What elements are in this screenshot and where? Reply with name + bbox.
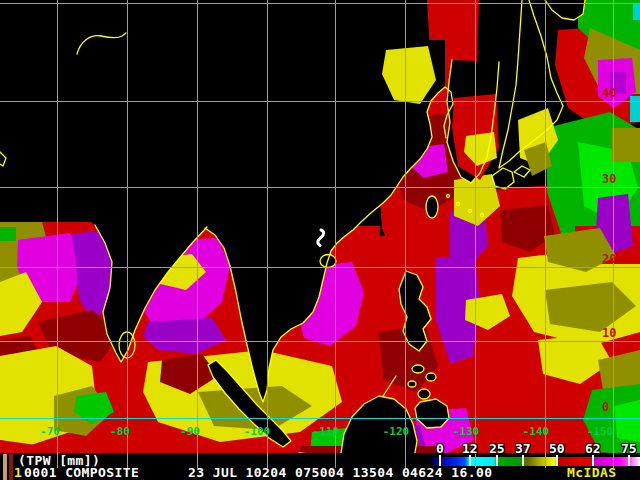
latitude-gridline-40n	[0, 101, 640, 102]
longitude-gridline-110	[335, 0, 336, 468]
latitude-label: 10	[602, 327, 628, 339]
latitude-gridline-10n	[0, 341, 640, 342]
latitude-label: 30	[602, 173, 628, 185]
colorbar-tick-label: 12	[462, 442, 478, 455]
timestamp: 23 JUL 10204 075004 13504 04624 16.00	[188, 467, 492, 479]
latitude-gridline-0	[0, 418, 640, 419]
colorbar-tick-label: 37	[515, 442, 531, 455]
longitude-label: -120	[374, 426, 418, 438]
longitude-label: -100	[235, 426, 279, 438]
longitude-label: -70	[28, 426, 72, 438]
colorbar-tick-label: 0	[436, 442, 444, 455]
longitude-label: -140	[514, 426, 558, 438]
frame-color-swatch-2	[9, 454, 13, 480]
longitude-gridline-120	[405, 0, 406, 468]
latitude-gridline-30n	[0, 187, 640, 188]
frame-color-swatch-1	[3, 454, 7, 480]
longitude-label: -80	[98, 426, 142, 438]
longitude-gridline-80	[127, 0, 128, 468]
longitude-gridline-150	[613, 0, 614, 468]
longitude-gridline-130	[475, 0, 476, 468]
lake-balkhash	[77, 33, 126, 54]
longitude-gridline-90	[197, 0, 198, 468]
longitude-label: -90	[168, 426, 212, 438]
frame-number: 1	[14, 467, 22, 479]
colorbar-tick	[522, 455, 524, 466]
colorbar-tick	[556, 455, 558, 466]
mcidas-display-window: -70 -80 -90 -100 -110 -120 -130 -140 -15…	[0, 0, 640, 480]
satellite-map-canvas[interactable]	[0, 0, 640, 480]
longitude-label: -110	[304, 426, 348, 438]
colorbar-tick-label: 25	[489, 442, 505, 455]
coastline-left-edge	[0, 152, 6, 166]
longitude-label: -130	[444, 426, 488, 438]
colorbar-tick	[496, 455, 498, 466]
longitude-label: -150	[578, 426, 622, 438]
frame-id: 0001 COMPOSITE	[24, 467, 139, 479]
longitude-gridline-100	[267, 0, 268, 468]
latitude-label: 40	[602, 87, 628, 99]
colorbar-tick-label: 75	[621, 442, 637, 455]
latitude-label: 0	[602, 401, 628, 413]
colorbar-tick-label: 62	[585, 442, 601, 455]
mcidas-brand: McIDAS	[567, 467, 616, 479]
colorbar-tick	[628, 455, 630, 466]
latitude-gridline-20n	[0, 267, 640, 268]
longitude-gridline-70	[57, 0, 58, 468]
latitude-label: 20	[602, 253, 628, 265]
colorbar-tick-label: 50	[549, 442, 565, 455]
latitude-gridline-50n	[0, 3, 640, 4]
longitude-gridline-140	[545, 0, 546, 468]
